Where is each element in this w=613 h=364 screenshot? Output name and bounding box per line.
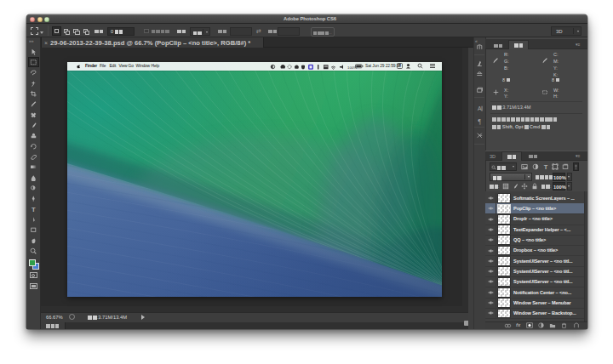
svg-text:P: P (398, 65, 401, 69)
svg-text:A: A (478, 105, 482, 111)
svg-text:T: T (32, 206, 36, 213)
svg-text:¶: ¶ (478, 119, 482, 125)
